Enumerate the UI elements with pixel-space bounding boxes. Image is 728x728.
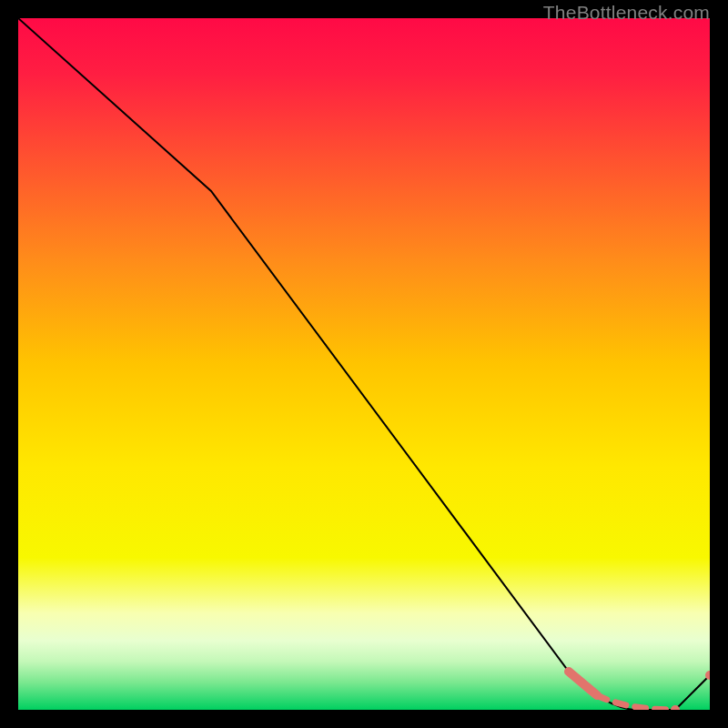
chart-svg [18, 18, 710, 710]
chart-frame: TheBottleneck.com [0, 0, 728, 728]
watermark-text: TheBottleneck.com [543, 2, 710, 24]
plot-area [18, 18, 710, 710]
gradient-bg [18, 18, 710, 710]
